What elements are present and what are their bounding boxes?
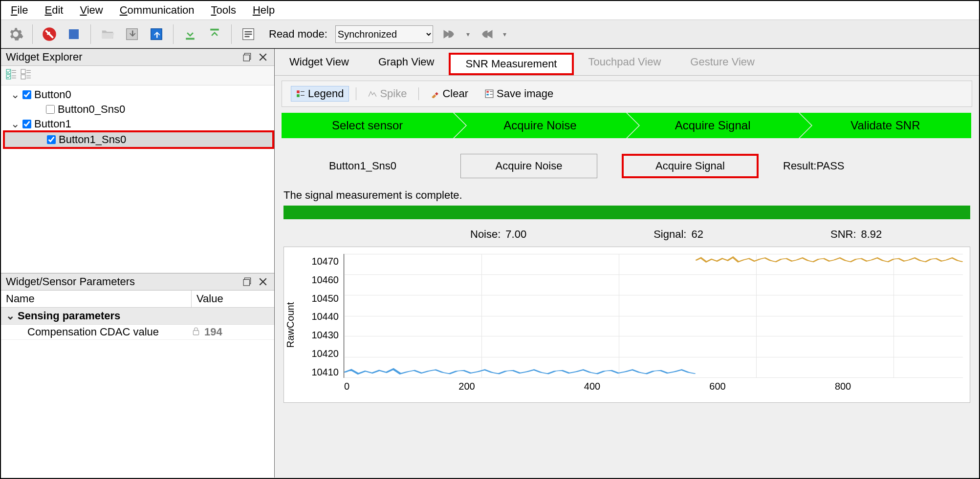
svg-rect-12 <box>243 55 249 61</box>
save-image-button[interactable]: Save image <box>480 86 558 101</box>
widget-explorer-header: Widget Explorer <box>1 49 274 66</box>
read-mode-label: Read mode: <box>269 28 327 41</box>
params-header: Widget/Sensor Parameters <box>1 273 274 291</box>
clear-button[interactable]: Clear <box>426 86 473 101</box>
widget-explorer-title: Widget Explorer <box>6 51 83 63</box>
chart-series-signal <box>696 254 963 273</box>
param-name: Compensation CDAC value <box>27 326 192 338</box>
svg-rect-6 <box>210 28 219 30</box>
col-name: Name <box>1 291 192 307</box>
read-mode-select[interactable]: Synchronized <box>335 25 433 43</box>
expander-icon[interactable]: ⌄ <box>11 118 20 130</box>
expander-icon[interactable]: ⌄ <box>11 88 20 101</box>
tree-checkbox[interactable] <box>22 90 31 99</box>
stop-icon[interactable] <box>64 24 84 44</box>
svg-rect-27 <box>193 331 198 335</box>
tree-item-button0-sns0[interactable]: Button0_Sns0 <box>4 102 273 117</box>
chart-yaxis: 10470 10460 10450 10440 10430 10420 1041… <box>298 247 342 402</box>
acquire-signal-button[interactable]: Acquire Signal <box>622 154 759 178</box>
tabs: Widget View Graph View SNR Measurement T… <box>275 49 979 76</box>
legend-label: Legend <box>308 87 344 100</box>
legend-toggle[interactable]: Legend <box>291 86 349 102</box>
expander-icon[interactable]: ⌄ <box>6 310 18 322</box>
params-title: Widget/Sensor Parameters <box>6 275 135 288</box>
toolbar: Read mode: Synchronized ▾ ▾ <box>1 20 979 48</box>
svg-rect-20 <box>21 75 25 79</box>
hscrollbar[interactable] <box>1 467 274 478</box>
step-acquire-signal: Acquire Signal <box>627 113 799 138</box>
undo-icon[interactable] <box>438 24 461 44</box>
close-icon[interactable] <box>259 52 269 62</box>
metric-snr: SNR:8.92 <box>830 228 882 241</box>
log-icon[interactable] <box>239 24 258 44</box>
save-image-label: Save image <box>497 87 553 100</box>
step-acquire-noise: Acquire Noise <box>454 113 626 138</box>
menu-help[interactable]: Help <box>250 3 278 18</box>
menu-tools[interactable]: Tools <box>208 3 239 18</box>
svg-rect-5 <box>186 38 195 40</box>
action-row: Button1_Sns0 Acquire Noise Acquire Signa… <box>289 154 964 178</box>
tab-snr-measurement[interactable]: SNR Measurement <box>449 53 573 75</box>
restore-icon[interactable] <box>243 276 254 287</box>
close-icon[interactable] <box>259 276 269 287</box>
tab-graph-view[interactable]: Graph View <box>364 53 449 75</box>
result-label: Result:PASS <box>783 160 964 172</box>
col-value: Value <box>192 291 274 307</box>
check-all-icon[interactable] <box>6 69 17 82</box>
tab-widget-view[interactable]: Widget View <box>275 53 364 75</box>
menu-view[interactable]: View <box>77 3 106 18</box>
svg-rect-19 <box>21 69 25 74</box>
left-pane: Widget Explorer ⌄ Button0 <box>1 49 275 478</box>
metrics-row: Noise:7.00 Signal:62 SNR:8.92 <box>275 228 979 241</box>
spike-toggle[interactable]: Spike <box>363 86 412 101</box>
clear-label: Clear <box>442 87 468 100</box>
tab-touchpad-view[interactable]: Touchpad View <box>574 53 676 75</box>
tab-gesture-view[interactable]: Gesture View <box>675 53 769 75</box>
tree-label: Button0 <box>34 88 71 101</box>
snr-toolbar: Legend Spike Clear Save image <box>282 81 972 107</box>
chart-plot: 0 200 400 600 800 <box>344 254 963 378</box>
right-pane: Widget View Graph View SNR Measurement T… <box>275 49 979 478</box>
open-icon[interactable] <box>98 24 117 44</box>
download-icon[interactable] <box>180 24 200 44</box>
chart-xaxis: 0 200 400 600 800 <box>344 381 963 392</box>
param-value: 194 <box>204 326 222 338</box>
metric-signal: Signal:62 <box>653 228 703 241</box>
export-icon[interactable] <box>147 24 166 44</box>
tree-label: Button0_Sns0 <box>58 103 125 116</box>
widget-tree[interactable]: ⌄ Button0 Button0_Sns0 ⌄ Button1 Button1… <box>1 85 274 273</box>
disconnect-icon[interactable] <box>40 24 59 44</box>
menu-file[interactable]: File <box>8 3 31 18</box>
tree-item-button1[interactable]: ⌄ Button1 <box>4 117 273 131</box>
svg-rect-28 <box>297 90 300 93</box>
steps: Select sensor Acquire Noise Acquire Sign… <box>282 113 972 138</box>
metric-noise: Noise:7.00 <box>470 228 526 241</box>
param-row[interactable]: Compensation CDAC value 194 <box>1 325 274 340</box>
tree-checkbox[interactable] <box>46 105 55 114</box>
param-group-sensing[interactable]: ⌄ Sensing parameters <box>1 308 274 325</box>
tree-checkbox[interactable] <box>47 135 56 144</box>
tree-checkbox[interactable] <box>22 120 31 128</box>
gear-icon[interactable] <box>6 24 25 44</box>
redo-icon[interactable] <box>475 24 498 44</box>
spike-label: Spike <box>380 87 407 100</box>
menu-edit[interactable]: Edit <box>42 3 66 18</box>
acquire-noise-button[interactable]: Acquire Noise <box>460 154 597 178</box>
menu-communication[interactable]: Communication <box>117 3 197 18</box>
restore-icon[interactable] <box>243 52 254 62</box>
step-select-sensor: Select sensor <box>282 113 453 138</box>
uncheck-all-icon[interactable] <box>21 69 31 82</box>
svg-rect-2 <box>69 29 79 39</box>
step-validate-snr: Validate SNR <box>800 113 971 138</box>
upload-icon[interactable] <box>205 24 224 44</box>
chart-series-noise <box>344 358 696 377</box>
svg-rect-33 <box>486 91 489 92</box>
params-columns: Name Value <box>1 291 274 308</box>
selected-sensor-label: Button1_Sns0 <box>289 160 436 172</box>
tree-item-button0[interactable]: ⌄ Button0 <box>4 87 273 102</box>
chart-ylabel: RawCount <box>284 247 298 402</box>
import-icon[interactable] <box>122 24 142 44</box>
svg-rect-26 <box>243 280 249 286</box>
svg-rect-34 <box>486 94 489 95</box>
tree-item-button1-sns0[interactable]: Button1_Sns0 <box>3 130 274 149</box>
